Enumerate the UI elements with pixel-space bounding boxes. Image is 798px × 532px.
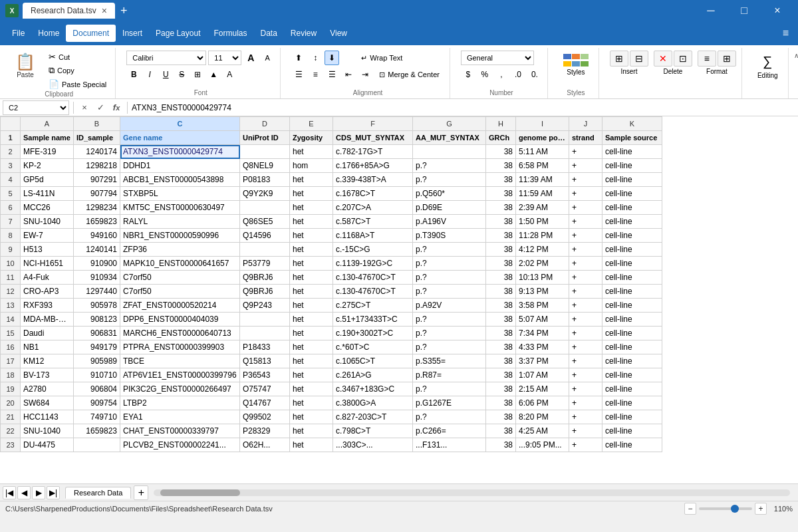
- cell-G9[interactable]: p.?: [413, 243, 486, 257]
- col-header-G[interactable]: G: [413, 117, 486, 131]
- cell-G17[interactable]: p.S355=: [413, 354, 486, 368]
- cell-C4[interactable]: ABCB1_ENST00000543898: [120, 173, 240, 187]
- cell-B19[interactable]: 906804: [74, 382, 120, 396]
- col-header-J[interactable]: J: [569, 117, 602, 131]
- cell-J21[interactable]: +: [569, 410, 602, 424]
- cell-H16[interactable]: 38: [486, 340, 516, 354]
- file-tab[interactable]: Research Data.tsv ×: [23, 3, 115, 19]
- paste-special-button[interactable]: 📄 Paste Special: [45, 78, 110, 90]
- cell-G2[interactable]: [413, 145, 486, 159]
- cell-F20[interactable]: c.3800G>A: [333, 396, 413, 410]
- cell-D7[interactable]: Q86SE5: [240, 215, 290, 229]
- cell-C23[interactable]: PLCVB2_ENST000002241...: [120, 438, 240, 452]
- comma-btn[interactable]: ,: [494, 67, 509, 82]
- merge-center-button[interactable]: ⊡ Merge & Center: [374, 68, 444, 81]
- cell-J14[interactable]: +: [569, 313, 602, 327]
- cell-B3[interactable]: 1298218: [74, 159, 120, 173]
- cell-F22[interactable]: c.798C>T: [333, 424, 413, 438]
- col-header-C[interactable]: C: [120, 117, 240, 131]
- cell-D9[interactable]: [240, 243, 290, 257]
- cell-B18[interactable]: 910710: [74, 368, 120, 382]
- cell-A23[interactable]: DU-4475: [21, 438, 74, 452]
- cell-D13[interactable]: Q9P243: [240, 299, 290, 313]
- cell-J2[interactable]: +: [569, 145, 602, 159]
- cell-B20[interactable]: 909754: [74, 396, 120, 410]
- cell-E23[interactable]: het: [290, 438, 333, 452]
- insert-label[interactable]: Insert: [620, 68, 637, 75]
- cell-K8[interactable]: cell-line: [602, 229, 662, 243]
- cell-E19[interactable]: het: [290, 382, 333, 396]
- cell-H12[interactable]: 38: [486, 285, 516, 299]
- cell-F15[interactable]: c.190+3002T>C: [333, 327, 413, 340]
- cell-G14[interactable]: p.?: [413, 313, 486, 327]
- row-number-21[interactable]: 21: [1, 410, 21, 424]
- cell-D3[interactable]: Q8NEL9: [240, 159, 290, 173]
- cell-G18[interactable]: p.R87=: [413, 368, 486, 382]
- cell-A7[interactable]: SNU-1040: [21, 215, 74, 229]
- cell-H22[interactable]: 38: [486, 424, 516, 438]
- first-sheet-btn[interactable]: |◀: [3, 486, 16, 499]
- cell-C7[interactable]: RALYL: [120, 215, 240, 229]
- cell-A20[interactable]: SW684: [21, 396, 74, 410]
- col-header-K[interactable]: K: [602, 117, 662, 131]
- cell-K17[interactable]: cell-line: [602, 354, 662, 368]
- cell-E3[interactable]: hom: [290, 159, 333, 173]
- cell-H20[interactable]: 38: [486, 396, 516, 410]
- cell-D15[interactable]: [240, 327, 290, 340]
- italic-button[interactable]: I: [142, 67, 157, 82]
- function-btn[interactable]: fx: [110, 101, 123, 114]
- maximize-button[interactable]: □: [729, 0, 759, 21]
- cell-G23[interactable]: ...F131...: [413, 438, 486, 452]
- cell-F2[interactable]: c.782-17G>T: [333, 145, 413, 159]
- cell-C10[interactable]: MAPK10_ENST00000641657: [120, 257, 240, 271]
- cell-H7[interactable]: 38: [486, 215, 516, 229]
- cell-J15[interactable]: +: [569, 327, 602, 340]
- cell-G15[interactable]: p.?: [413, 327, 486, 340]
- cell-C3[interactable]: DDHD1: [120, 159, 240, 173]
- cell-H17[interactable]: 38: [486, 354, 516, 368]
- cell-C22[interactable]: CHAT_ENST00000339797: [120, 424, 240, 438]
- horizontal-scrollbar[interactable]: [154, 489, 790, 496]
- cell-H4[interactable]: 38: [486, 173, 516, 187]
- cell-C6[interactable]: KMT5C_ENST00000630497: [120, 201, 240, 215]
- align-middle-btn[interactable]: ↕: [308, 51, 323, 65]
- menu-home[interactable]: Home: [31, 25, 66, 42]
- cell-K21[interactable]: cell-line: [602, 410, 662, 424]
- cell-D23[interactable]: O62H...: [240, 438, 290, 452]
- cell-H11[interactable]: 38: [486, 271, 516, 285]
- confirm-formula-btn[interactable]: ✓: [94, 101, 107, 114]
- strikethrough-button[interactable]: S: [174, 67, 189, 82]
- cell-D22[interactable]: P28329: [240, 424, 290, 438]
- col-header-A[interactable]: A: [21, 117, 74, 131]
- cell-F16[interactable]: c.*60T>C: [333, 340, 413, 354]
- cell-D5[interactable]: Q9Y2K9: [240, 187, 290, 201]
- cell-C19[interactable]: PIK3C2G_ENST00000266497: [120, 382, 240, 396]
- cell-E20[interactable]: het: [290, 396, 333, 410]
- cell-I22[interactable]: 4:25 AM: [516, 424, 569, 438]
- cell-K4[interactable]: cell-line: [602, 173, 662, 187]
- wrap-text-button[interactable]: ↵ Wrap Text: [356, 52, 407, 65]
- cell-B5[interactable]: 907794: [74, 187, 120, 201]
- cell-I8[interactable]: 11:28 PM: [516, 229, 569, 243]
- cell-I19[interactable]: 2:15 AM: [516, 382, 569, 396]
- cell-A5[interactable]: LS-411N: [21, 187, 74, 201]
- cell-A15[interactable]: Daudi: [21, 327, 74, 340]
- cell-G19[interactable]: p.?: [413, 382, 486, 396]
- cell-I4[interactable]: 11:39 AM: [516, 173, 569, 187]
- cell-K9[interactable]: cell-line: [602, 243, 662, 257]
- cell-I3[interactable]: 6:58 PM: [516, 159, 569, 173]
- last-sheet-btn[interactable]: ▶|: [47, 486, 60, 499]
- paste-button[interactable]: 📋 Paste: [8, 51, 43, 82]
- cell-H23[interactable]: 38: [486, 438, 516, 452]
- prev-sheet-btn[interactable]: ◀: [17, 486, 31, 499]
- cell-B16[interactable]: 949179: [74, 340, 120, 354]
- cell-A10[interactable]: NCI-H1651: [21, 257, 74, 271]
- cell-A4[interactable]: GP5d: [21, 173, 74, 187]
- cell-F13[interactable]: c.275C>T: [333, 299, 413, 313]
- cell-J6[interactable]: +: [569, 201, 602, 215]
- zoom-increase-btn[interactable]: +: [755, 503, 767, 515]
- cell-C5[interactable]: STXBP5L: [120, 187, 240, 201]
- cell-A3[interactable]: KP-2: [21, 159, 74, 173]
- col-header-D[interactable]: D: [240, 117, 290, 131]
- cell-D1[interactable]: UniProt ID: [240, 131, 290, 145]
